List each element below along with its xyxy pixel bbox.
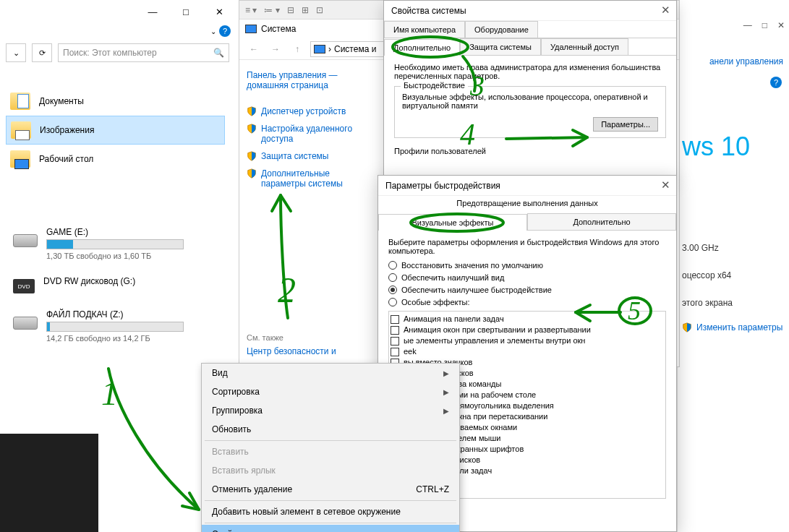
folder-label: Изображения xyxy=(40,125,94,135)
tab-dep[interactable]: Предотвращение выполнения данных xyxy=(378,196,676,210)
spec-ghz: 3.00 GHz xyxy=(682,243,733,253)
taskbar-strip xyxy=(0,432,98,532)
folder-pictures[interactable]: Изображения xyxy=(6,116,225,145)
tab[interactable]: Защита системы xyxy=(460,38,541,55)
performance-settings-button[interactable]: Параметры... xyxy=(593,117,658,132)
bg-minimize-icon[interactable]: — xyxy=(743,20,752,30)
folder-label: Рабочий стол xyxy=(39,154,93,164)
file-explorer-window: — □ ✕ ⌄ ? ⌄ ⟳ Поиск: Этот компьютер 🔍 До… xyxy=(0,0,235,434)
control-panel-sidebar: Панель управления — домашняя страница Ди… xyxy=(239,60,384,206)
desktop-context-menu: Вид▶Сортировка▶Группировка▶ОбновитьВстав… xyxy=(201,363,460,532)
tab[interactable]: Дополнительно xyxy=(384,39,460,56)
spec-arch: оцессор х64 xyxy=(682,270,733,280)
system-properties-dialog: Свойства системы ✕ Имя компьютераОборудо… xyxy=(383,0,677,181)
sidebar-link[interactable]: Дополнительные параметры системы xyxy=(247,168,377,189)
spec-screen: этого экрана xyxy=(682,298,733,308)
radio-option[interactable]: Особые эффекты: xyxy=(388,298,666,306)
tab[interactable]: Удаленный доступ xyxy=(541,38,628,55)
radio-option[interactable]: Восстановить значения по умолчанию xyxy=(388,261,666,270)
forward-button[interactable]: → xyxy=(267,41,284,57)
search-placeholder: Поиск: Этот компьютер xyxy=(63,48,157,58)
help-icon[interactable]: ? xyxy=(219,25,231,37)
background-system-window: — □ ✕ анели управления ? ws 10 3.00 GHz … xyxy=(677,16,789,532)
sidebar-link[interactable]: Настройка удаленного доступа xyxy=(247,124,377,144)
context-menu-item: Вставить xyxy=(202,442,459,461)
bg-maximize-icon[interactable]: □ xyxy=(762,20,767,30)
close-icon[interactable]: ✕ xyxy=(661,179,670,192)
tab-visual-effects[interactable]: Визуальные эффекты xyxy=(378,214,527,231)
checkbox-icon xyxy=(391,348,399,356)
folder-desktop[interactable]: Рабочий стол xyxy=(6,145,225,173)
folder-icon xyxy=(10,150,30,168)
sidebar-link[interactable]: Защита системы xyxy=(247,151,377,161)
context-menu-item[interactable]: Отменить удалениеCTRL+Z xyxy=(202,480,459,499)
user-profiles-label: Профили пользователей xyxy=(394,147,666,155)
drive-dvd[interactable]: DVD DVD RW дисковод (G:) xyxy=(13,276,225,293)
address-dropdown[interactable]: ⌄ xyxy=(6,43,26,62)
capacity-bar xyxy=(46,322,184,332)
dialog-title: Свойства системы xyxy=(391,6,466,16)
window-title: Система xyxy=(261,24,296,34)
windows10-logo-text: ws 10 xyxy=(682,132,750,162)
close-button[interactable]: ✕ xyxy=(209,4,229,20)
effect-checkbox[interactable]: eek xyxy=(391,347,664,356)
quick-access-list: Документы Изображения Рабочий стол xyxy=(6,87,225,173)
system-icon xyxy=(245,25,257,33)
drive-swap[interactable]: ФАЙЛ ПОДКАЧ (Z:) 14,2 ГБ свободно из 14,… xyxy=(13,309,225,343)
capacity-bar xyxy=(46,239,184,249)
checkbox-icon xyxy=(391,315,399,324)
bg-breadcrumb: анели управления xyxy=(709,56,783,66)
submenu-arrow-icon: ▶ xyxy=(443,388,449,396)
hdd-icon xyxy=(13,317,38,330)
sidebar-link[interactable]: Диспетчер устройств xyxy=(247,106,377,116)
change-settings-link[interactable]: Изменить параметры xyxy=(682,322,782,332)
control-panel-home-link[interactable]: Панель управления — домашняя страница xyxy=(247,70,377,90)
hdd-icon xyxy=(13,234,38,247)
context-menu-item[interactable]: Группировка▶ xyxy=(202,401,459,420)
system-specs: 3.00 GHz оцессор х64 этого экрана xyxy=(682,226,733,325)
context-menu-item[interactable]: Свойства xyxy=(202,525,459,532)
effect-checkbox[interactable]: Анимация на панели задач xyxy=(391,314,664,324)
system-icon xyxy=(314,45,325,53)
see-also-link[interactable]: Центр безопасности и xyxy=(247,346,377,356)
perf-intro: Выберите параметры оформления и быстроде… xyxy=(388,238,666,255)
maximize-button[interactable]: □ xyxy=(176,4,196,20)
effect-checkbox[interactable]: ые элементы управления и элементы внутри… xyxy=(391,336,664,346)
close-icon[interactable]: ✕ xyxy=(661,4,670,17)
up-button[interactable]: ↑ xyxy=(289,41,306,57)
dvd-icon: DVD xyxy=(13,279,35,293)
drives-list: GAME (E:) 1,30 ТБ свободно из 1,60 ТБ DV… xyxy=(13,227,225,359)
folder-icon xyxy=(10,93,30,110)
drive-game[interactable]: GAME (E:) 1,30 ТБ свободно из 1,60 ТБ xyxy=(13,227,225,260)
tab[interactable]: Оборудование xyxy=(465,21,538,38)
folder-documents[interactable]: Документы xyxy=(6,87,225,116)
search-input[interactable]: Поиск: Этот компьютер 🔍 xyxy=(58,43,229,62)
context-menu-item[interactable]: Добавить новый элемент в сетевое окружен… xyxy=(202,502,459,521)
shield-icon xyxy=(247,106,257,116)
radio-icon xyxy=(388,286,397,294)
radio-option[interactable]: Обеспечить наилучшее быстродействие xyxy=(388,286,666,294)
context-menu-item[interactable]: Вид▶ xyxy=(202,364,459,382)
help-icon[interactable]: ? xyxy=(770,77,782,88)
shield-icon xyxy=(247,168,257,179)
minimize-button[interactable]: — xyxy=(142,4,163,20)
bg-close-icon[interactable]: ✕ xyxy=(777,20,785,30)
radio-icon xyxy=(388,261,397,270)
radio-option[interactable]: Обеспечить наилучший вид xyxy=(388,273,666,282)
admin-note: Необходимо иметь права администратора дл… xyxy=(394,63,666,80)
shield-icon xyxy=(682,322,692,332)
ribbon-chevron-icon[interactable]: ⌄ xyxy=(210,27,216,35)
context-menu-item[interactable]: Сортировка▶ xyxy=(202,382,459,401)
effect-checkbox[interactable]: Анимация окон при свертывании и разверты… xyxy=(391,325,664,335)
back-button[interactable]: ← xyxy=(245,41,263,57)
dialog-title: Параметры быстродействия xyxy=(385,181,500,191)
folder-icon xyxy=(11,121,31,139)
tab-advanced[interactable]: Дополнительно xyxy=(527,213,676,230)
submenu-arrow-icon: ▶ xyxy=(443,407,449,415)
context-menu-item[interactable]: Обновить xyxy=(202,420,459,439)
see-also-section: См. также Центр безопасности и xyxy=(247,333,377,356)
search-icon: 🔍 xyxy=(213,48,224,58)
refresh-button[interactable]: ⟳ xyxy=(32,43,52,62)
tab[interactable]: Имя компьютера xyxy=(384,21,465,38)
submenu-arrow-icon: ▶ xyxy=(443,369,449,377)
